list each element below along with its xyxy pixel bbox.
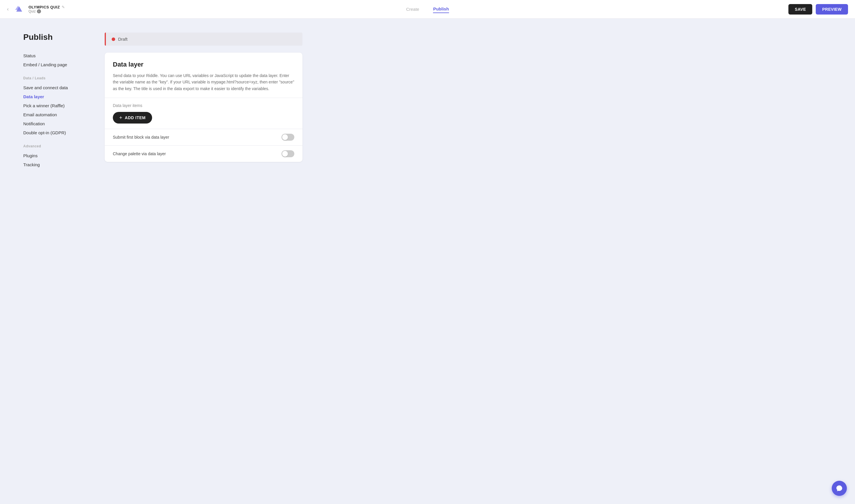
sidebar-main-items: Status Embed / Landing page <box>23 51 87 69</box>
toggle-label-submit: Submit first block via data layer <box>113 135 169 140</box>
chat-icon <box>836 485 843 492</box>
sidebar-item-status[interactable]: Status <box>23 51 87 60</box>
right-panel: Draft Data layer Send data to your Riddl… <box>105 33 302 490</box>
data-layer-items-section: Data layer items + ADD ITEM <box>105 98 302 129</box>
add-item-label: ADD ITEM <box>125 115 146 120</box>
plus-icon: + <box>119 115 122 120</box>
data-layer-card: Data layer Send data to your Riddle. You… <box>105 53 302 162</box>
toggle-row-submit: Submit first block via data layer <box>105 129 302 146</box>
topnav-right: SAVE PREVIEW <box>784 4 848 15</box>
toggle-submit[interactable] <box>281 134 294 141</box>
nav-publish[interactable]: Publish <box>433 5 449 13</box>
project-type-label: Quiz <box>29 9 36 13</box>
nav-create[interactable]: Create <box>406 5 419 13</box>
page-heading: Publish <box>23 33 87 42</box>
sidebar-item-tracking[interactable]: Tracking <box>23 160 87 169</box>
card-description: Send data to your Riddle. You can use UR… <box>113 72 294 92</box>
topnav-left: ‹ OLYMPICS QUIZ ✎ Quiz i <box>7 3 71 15</box>
sidebar-section-data: Data / Leads <box>23 76 87 80</box>
save-button[interactable]: SAVE <box>788 4 812 15</box>
sidebar-data-items: Save and connect data Data layer Pick a … <box>23 83 87 137</box>
top-navigation: ‹ OLYMPICS QUIZ ✎ Quiz i Create Publish … <box>0 0 855 19</box>
project-info: OLYMPICS QUIZ ✎ Quiz i <box>29 5 65 13</box>
toggle-palette[interactable] <box>281 150 294 157</box>
topnav-center: Create Publish <box>71 5 784 13</box>
sidebar-section-advanced: Advanced <box>23 144 87 148</box>
project-subtitle: Quiz i <box>29 9 65 13</box>
card-title: Data layer <box>113 61 294 68</box>
project-title-row: OLYMPICS QUIZ ✎ <box>29 5 65 9</box>
card-body: Data layer Send data to your Riddle. You… <box>105 53 302 98</box>
items-section-label: Data layer items <box>113 103 294 108</box>
sidebar-item-plugins[interactable]: Plugins <box>23 151 87 160</box>
sidebar-item-notification[interactable]: Notification <box>23 119 87 128</box>
sidebar-advanced-items: Plugins Tracking <box>23 151 87 169</box>
edit-icon[interactable]: ✎ <box>62 5 65 9</box>
toggle-section: Submit first block via data layer Change… <box>105 129 302 162</box>
main-content: Publish Status Embed / Landing page Data… <box>0 19 855 504</box>
sidebar: Publish Status Embed / Landing page Data… <box>23 33 87 490</box>
logo-icon <box>13 3 25 15</box>
toggle-label-palette: Change palette via data layer <box>113 151 166 156</box>
sidebar-item-email[interactable]: Email automation <box>23 110 87 119</box>
chat-bubble[interactable] <box>832 481 847 496</box>
draft-dot <box>112 37 115 41</box>
sidebar-item-datalayer[interactable]: Data layer <box>23 92 87 101</box>
preview-button[interactable]: PREVIEW <box>816 4 848 15</box>
back-arrow-icon[interactable]: ‹ <box>7 6 9 12</box>
info-icon[interactable]: i <box>37 9 41 13</box>
sidebar-item-save[interactable]: Save and connect data <box>23 83 87 92</box>
sidebar-item-embed[interactable]: Embed / Landing page <box>23 60 87 69</box>
project-title: OLYMPICS QUIZ <box>29 5 60 9</box>
add-item-button[interactable]: + ADD ITEM <box>113 112 152 124</box>
draft-label: Draft <box>118 37 128 41</box>
sidebar-item-raffle[interactable]: Pick a winner (Raffle) <box>23 101 87 110</box>
toggle-row-palette: Change palette via data layer <box>105 146 302 162</box>
sidebar-item-gdpr[interactable]: Double opt-in (GDPR) <box>23 128 87 137</box>
status-bar: Draft <box>105 33 302 46</box>
